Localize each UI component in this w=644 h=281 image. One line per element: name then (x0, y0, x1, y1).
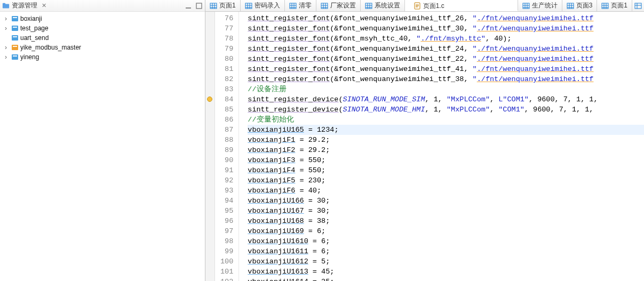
svg-rect-11 (13, 46, 17, 47)
resource-tree: ›boxianji›test_pageuart_send›yike_modbus… (0, 12, 205, 64)
line-number: 92 (220, 175, 233, 186)
line-number: 98 (220, 236, 233, 246)
module-blue-icon (11, 24, 19, 33)
tab-页面3[interactable]: 页面3 (562, 0, 598, 11)
line-number: 85 (220, 105, 233, 115)
code-line[interactable]: vboxianjiF5 = 230; (248, 175, 644, 186)
line-number: 86 (220, 115, 233, 125)
grid-page-icon (601, 2, 609, 10)
resource-panel-header: 资源管理 ✕ (0, 0, 205, 12)
code-area[interactable]: 7677787980818283848586878889909192939495… (205, 12, 644, 281)
line-number: 91 (220, 165, 233, 175)
maximize-icon[interactable] (195, 2, 203, 10)
code-line[interactable]: vboxianjiF3 = 550; (248, 155, 644, 165)
grid-page-icon (567, 2, 574, 10)
module-blue-icon (11, 53, 19, 61)
line-number: 83 (220, 84, 233, 94)
tab-系统设置[interactable]: 系统设置 (361, 0, 405, 11)
code-line[interactable]: vboxianjiU167 = 30; (248, 206, 644, 216)
code-line[interactable]: sintt_register_font(&font_wenquanyiweimi… (248, 44, 644, 54)
tree-item-label: boxianji (20, 15, 42, 22)
line-number: 93 (220, 186, 233, 196)
code-line[interactable]: vboxianjiU166 = 30; (248, 196, 644, 206)
breakpoint-marker-icon[interactable] (207, 97, 212, 102)
minimize-icon[interactable] (185, 2, 192, 10)
tab-厂家设置[interactable]: 厂家设置 (316, 0, 361, 11)
line-number: 79 (220, 44, 233, 54)
expand-arrow-icon[interactable]: › (2, 15, 10, 22)
tree-item-test_page[interactable]: ›test_page (0, 23, 205, 33)
code-line[interactable]: vboxianjiU168 = 38; (248, 216, 644, 226)
code-line[interactable]: vboxianjiF4 = 550; (248, 165, 644, 175)
code-line[interactable]: vboxianjiF2 = 29.2; (248, 145, 644, 155)
tree-item-label: test_page (20, 25, 49, 32)
code-line[interactable]: //变量初始化 (248, 115, 644, 125)
code-file-icon (414, 2, 421, 10)
tree-item-boxianji[interactable]: ›boxianji (0, 14, 205, 23)
resource-panel-title: 资源管理 (12, 1, 37, 10)
code-line[interactable]: vboxianjiU1610 = 6; (248, 236, 644, 246)
tab-label: 生产统计 (532, 1, 558, 10)
svg-rect-12 (12, 54, 18, 60)
code-line[interactable]: //设备注册 (248, 84, 644, 94)
grid-page-icon (365, 2, 372, 10)
code-line[interactable]: vboxianjiU1613 = 45; (248, 267, 644, 277)
svg-rect-5 (13, 17, 17, 18)
tab-label: 密码录入 (255, 1, 280, 10)
code-line[interactable]: sintt_register_device(SINOTA_RUN_MODE_SI… (248, 94, 644, 105)
expand-arrow-icon[interactable]: › (2, 44, 10, 51)
line-number: 94 (220, 196, 233, 206)
grid-page-icon (522, 2, 530, 10)
svg-rect-6 (12, 26, 18, 31)
tab-label: 页面3 (576, 1, 593, 10)
line-number-gutter: 7677787980818283848586878889909192939495… (215, 12, 239, 281)
expand-arrow-icon[interactable]: › (2, 25, 10, 32)
line-number: 76 (220, 13, 233, 23)
module-blue-icon (11, 34, 19, 42)
code-line[interactable]: sintt_register_font(&font_wenquanyiweimi… (248, 23, 644, 34)
module-blue-icon (11, 14, 19, 23)
svg-rect-3 (196, 3, 202, 9)
svg-rect-0 (3, 4, 9, 8)
tree-item-yineng[interactable]: ›yineng (0, 52, 205, 62)
code-line[interactable]: vboxianjiF1 = 29.2; (248, 135, 644, 145)
code-content[interactable]: sintt_register_font(&font_wenquanyiweimi… (239, 12, 644, 281)
code-line[interactable]: vboxianjiU1614 = 35; (248, 277, 644, 281)
tab-清零[interactable]: 清零 (285, 0, 316, 11)
tabstrip-overflow-icon[interactable] (632, 0, 644, 11)
code-line[interactable]: vboxianjiU165 = 1234; (248, 125, 644, 135)
line-number: 88 (220, 135, 233, 145)
tree-item-label: yineng (20, 53, 39, 61)
code-line[interactable]: vboxianjiF6 = 40; (248, 186, 644, 196)
grid-page-icon (321, 2, 328, 10)
tree-item-yike_modbus_master[interactable]: ›yike_modbus_master (0, 43, 205, 52)
code-line[interactable]: sintt_register_font(&font_wenquanyiweimi… (248, 13, 644, 23)
svg-rect-1 (3, 3, 5, 4)
tab-页面1[interactable]: 页面1 (205, 0, 241, 11)
line-number: 90 (220, 155, 233, 165)
tree-item-uart_send[interactable]: uart_send (0, 33, 205, 43)
panel-close-icon[interactable]: ✕ (42, 2, 46, 9)
breakpoint-gutter[interactable] (205, 12, 215, 281)
svg-rect-10 (12, 45, 18, 50)
code-line[interactable]: vboxianjiU1612 = 5; (248, 256, 644, 267)
module-orange-icon (11, 43, 19, 52)
tab-密码录入[interactable]: 密码录入 (241, 0, 285, 11)
editor-area: 页面1密码录入清零厂家设置系统设置页面1.c生产统计页面3页面1 7677787… (205, 0, 644, 281)
code-line[interactable]: sintt_register_font(&font_msyh_ttc_40, "… (248, 34, 644, 44)
tab-页面1.c[interactable]: 页面1.c (405, 0, 518, 11)
code-line[interactable]: sintt_register_font(&font_wenquanyiweimi… (248, 54, 644, 64)
line-number: 100 (220, 256, 233, 267)
code-line[interactable]: sintt_register_font(&font_wenquanyiweimi… (248, 74, 644, 84)
code-line[interactable]: sintt_register_font(&font_wenquanyiweimi… (248, 64, 644, 74)
tab-页面1[interactable]: 页面1 (597, 0, 632, 11)
editor-tabstrip: 页面1密码录入清零厂家设置系统设置页面1.c生产统计页面3页面1 (205, 0, 644, 12)
svg-rect-7 (13, 27, 17, 28)
svg-rect-8 (12, 35, 18, 41)
code-line[interactable]: vboxianjiU1611 = 6; (248, 246, 644, 256)
grid-page-icon (289, 2, 297, 10)
code-line[interactable]: vboxianjiU169 = 6; (248, 226, 644, 236)
code-line[interactable]: sintt_register_device(SINOTA_RUN_MODE_HM… (248, 105, 644, 115)
expand-arrow-icon[interactable]: › (2, 53, 10, 61)
tab-生产统计[interactable]: 生产统计 (518, 0, 562, 11)
